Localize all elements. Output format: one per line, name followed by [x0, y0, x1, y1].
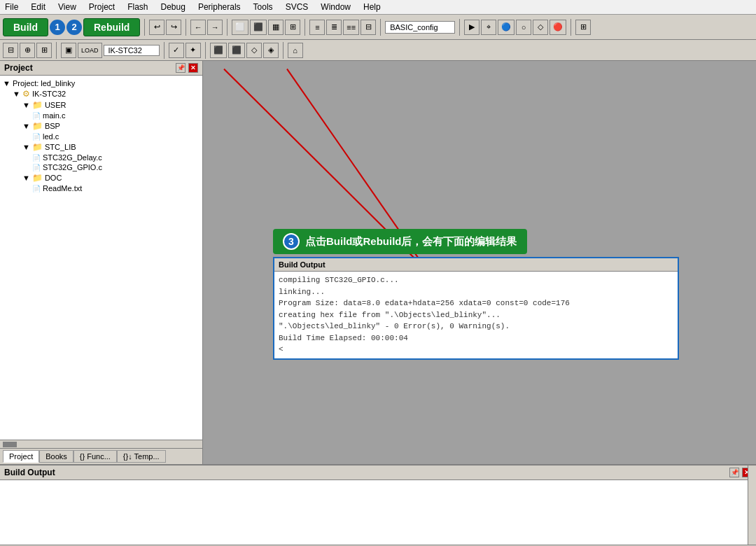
tb2-check[interactable]: ✓ — [169, 43, 184, 58]
tb2-load[interactable]: LOAD — [78, 43, 102, 58]
bottom-panel-title: Build Output — [4, 468, 55, 477]
bottom-vscrollbar[interactable] — [748, 465, 756, 545]
build-line-1: compiling STC32G_GPIO.c... — [279, 274, 673, 286]
tb-btn15[interactable]: ⊞ — [575, 20, 591, 35]
tb-btn14[interactable]: 🔴 — [550, 20, 566, 35]
project-tree[interactable]: ▼ Project: led_blinky ▼ ⚙ IK-STC32 ▼ 📁 U… — [0, 76, 202, 440]
menu-help[interactable]: Help — [361, 1, 383, 13]
tb2-btn2[interactable]: ⊕ — [20, 43, 35, 58]
redo-button[interactable]: ↪ — [166, 20, 181, 35]
tree-item-bsp[interactable]: ▼ 📁 BSP — [3, 120, 200, 132]
file-icon-delay: 📄 — [32, 154, 41, 162]
tree-item-doc[interactable]: ▼ 📁 DOC — [3, 172, 200, 183]
menu-debug[interactable]: Debug — [159, 1, 188, 13]
annotation-label: 3 点击Build或Rebuild后，会有下面的编辑结果 — [273, 229, 527, 254]
tree-label-delay: STC32G_Delay.c — [43, 153, 102, 162]
panel-close-icon[interactable]: ✕ — [188, 63, 198, 73]
menu-project[interactable]: Project — [87, 1, 117, 13]
panel-title: Project — [4, 63, 33, 73]
tab-func[interactable]: {} Func... — [74, 450, 117, 463]
tb-btn8[interactable]: ⊟ — [360, 20, 376, 35]
menu-edit[interactable]: Edit — [29, 1, 48, 13]
bottom-panel-header: Build Output 📌 ✕ — [0, 465, 756, 480]
tree-root[interactable]: ▼ Project: led_blinky — [3, 78, 200, 88]
tb-btn1[interactable]: ⬜ — [232, 20, 248, 35]
tree-label-bsp: BSP — [45, 122, 60, 130]
tb-btn3[interactable]: ▦ — [268, 20, 284, 35]
menu-window[interactable]: Window — [318, 1, 353, 13]
tree-label-user: USER — [45, 101, 66, 109]
tree-item-gpio[interactable]: 📄 STC32G_GPIO.c — [3, 162, 200, 172]
secondary-toolbar: ⊟ ⊕ ⊞ ▣ LOAD IK-STC32 ✓ ✦ ⬛ ⬛ ◇ ◈ ⌂ — [0, 40, 756, 61]
folder-expand-icon4: ▼ — [22, 143, 30, 151]
tab-temp[interactable]: {}↓ Temp... — [117, 450, 166, 463]
tb-btn10[interactable]: ⌖ — [481, 20, 496, 35]
config-selector[interactable]: BASIC_config — [385, 21, 455, 34]
build-popup-title: Build Output — [274, 258, 678, 272]
bottom-pin-icon[interactable]: 📌 — [729, 468, 739, 477]
folder-expand-icon5: ▼ — [22, 174, 30, 182]
hscroll-thumb[interactable] — [3, 442, 17, 447]
menu-file[interactable]: File — [3, 1, 20, 13]
tb-btn5[interactable]: ≡ — [309, 20, 325, 35]
build-line-2: linking... — [279, 286, 673, 298]
tb-btn13[interactable]: ◇ — [533, 20, 548, 35]
step2-indicator: 2 — [66, 20, 82, 35]
target-selector[interactable]: IK-STC32 — [104, 45, 160, 56]
toolbar-separator2 — [186, 19, 186, 36]
menu-svcs[interactable]: SVCS — [284, 1, 311, 13]
step1-indicator: 1 — [50, 20, 65, 35]
toolbar-separator7 — [570, 19, 571, 36]
tree-item-user[interactable]: ▼ 📁 USER — [3, 99, 200, 111]
tree-item-readme[interactable]: 📄 ReadMe.txt — [3, 183, 200, 193]
folder-expand-icon2: ▼ — [22, 101, 30, 109]
tb-btn11[interactable]: 🔵 — [498, 20, 514, 35]
tree-item-ledc[interactable]: 📄 led.c — [3, 132, 200, 141]
panel-header: Project 📌 ✕ — [0, 61, 202, 76]
tree-item-delay[interactable]: 📄 STC32G_Delay.c — [3, 153, 200, 162]
undo-button[interactable]: ↩ — [149, 20, 164, 35]
tb-btn6[interactable]: ≣ — [326, 20, 342, 35]
tree-item-stclib[interactable]: ▼ 📁 STC_LIB — [3, 141, 200, 153]
nav-forward-button[interactable]: → — [207, 20, 223, 35]
tb-btn7[interactable]: ≡≡ — [343, 20, 359, 35]
tab-project[interactable]: Project — [3, 450, 39, 463]
menu-peripherals[interactable]: Peripherals — [196, 1, 243, 13]
rebuild-button[interactable]: Rebuild — [83, 18, 140, 36]
file-icon-led: 📄 — [32, 133, 41, 141]
menu-view[interactable]: View — [56, 1, 78, 13]
tb-btn4[interactable]: ⊞ — [285, 20, 300, 35]
tab-books[interactable]: Books — [39, 450, 74, 463]
panel-pin-icon[interactable]: 📌 — [176, 63, 186, 73]
folder-icon-user: 📁 — [32, 100, 43, 110]
menu-tools[interactable]: Tools — [251, 1, 275, 13]
build-line-6: Build Time Elapsed: 00:00:04 — [279, 332, 673, 344]
tb2-cpu4[interactable]: ◈ — [263, 43, 279, 58]
project-hscroll[interactable] — [0, 440, 202, 448]
tb2-cpu1[interactable]: ⬛ — [210, 43, 227, 58]
panel-tabs: Project Books {} Func... {}↓ Temp... — [0, 448, 202, 464]
tb2-btn4[interactable]: ▣ — [61, 43, 76, 58]
tb2-cpu3[interactable]: ◇ — [246, 43, 262, 58]
nav-back-button[interactable]: ← — [190, 20, 206, 35]
tb2-house[interactable]: ⌂ — [288, 43, 303, 58]
tree-item-ik-stc32[interactable]: ▼ ⚙ IK-STC32 — [3, 88, 200, 99]
build-button[interactable]: Build — [3, 18, 48, 36]
toolbar-separator1 — [144, 19, 145, 36]
tb-btn12[interactable]: ○ — [516, 20, 531, 35]
tb2-cpu2[interactable]: ⬛ — [228, 43, 245, 58]
tb2-btn3[interactable]: ⊞ — [36, 43, 52, 58]
toolbar-separator4 — [304, 19, 305, 36]
tree-item-mainc[interactable]: 📄 main.c — [3, 111, 200, 120]
toolbar-separator3 — [227, 19, 227, 36]
tb2-sep4 — [283, 42, 284, 59]
folder-icon-stclib: 📁 — [32, 142, 43, 152]
tb2-btn1[interactable]: ⊟ — [3, 43, 18, 58]
file-icon-gpio: 📄 — [32, 164, 41, 172]
tb-btn2[interactable]: ⬛ — [250, 20, 267, 35]
tb2-star[interactable]: ✦ — [186, 43, 201, 58]
menu-flash[interactable]: Flash — [125, 1, 150, 13]
build-line-3: Program Size: data=8.0 edata+hdata=256 x… — [279, 298, 673, 309]
build-line-7: < — [279, 344, 673, 356]
tb-btn9[interactable]: ▶ — [464, 20, 479, 35]
